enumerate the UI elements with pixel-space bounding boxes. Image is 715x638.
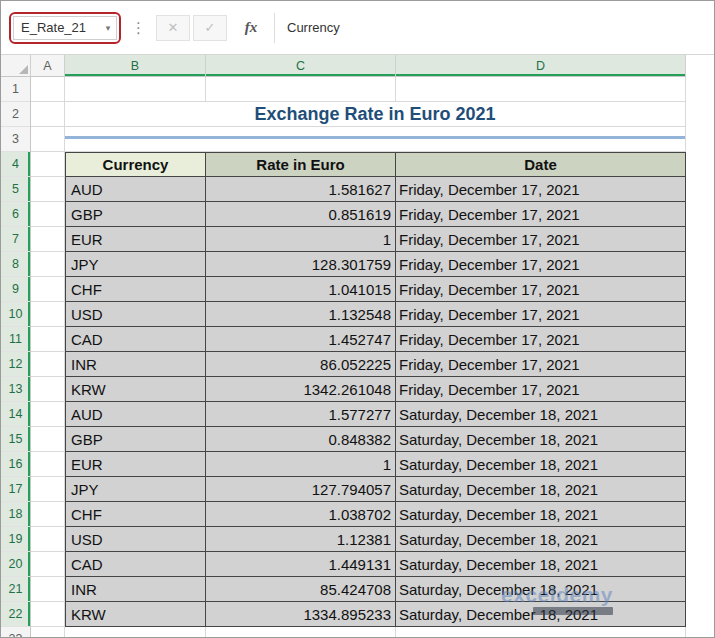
cell-rate[interactable]: 128.301759 [206,252,396,277]
cell-currency[interactable]: EUR [65,452,206,477]
cell-date[interactable]: Friday, December 17, 2021 [396,377,686,402]
cell[interactable] [31,527,65,552]
row-header-20[interactable]: 20 [1,552,30,577]
cell-currency[interactable]: JPY [65,477,206,502]
cell[interactable] [31,427,65,452]
row-header-21[interactable]: 21 [1,577,30,602]
cell-rate[interactable]: 0.848382 [206,427,396,452]
cell[interactable] [31,352,65,377]
select-all-corner[interactable] [1,55,31,77]
cell-currency[interactable]: GBP [65,427,206,452]
cell[interactable] [31,227,65,252]
cell[interactable] [31,552,65,577]
cell[interactable] [31,302,65,327]
cell[interactable] [31,252,65,277]
cell-currency[interactable]: JPY [65,252,206,277]
row-header-11[interactable]: 11 [1,327,30,352]
cell[interactable] [31,602,65,627]
cell-date[interactable]: Saturday, December 18, 2021 [396,577,686,602]
cell[interactable] [31,327,65,352]
cell-date[interactable]: Friday, December 17, 2021 [396,252,686,277]
cell-rate[interactable]: 1.12381 [206,527,396,552]
row-header-9[interactable]: 9 [1,277,30,302]
cell-date[interactable]: Saturday, December 18, 2021 [396,402,686,427]
cell[interactable] [65,77,206,102]
cell-rate[interactable]: 86.052225 [206,352,396,377]
cell-rate[interactable]: 1 [206,227,396,252]
cell-rate[interactable]: 1.041015 [206,277,396,302]
cell-date[interactable]: Friday, December 17, 2021 [396,352,686,377]
cell-date[interactable]: Friday, December 17, 2021 [396,177,686,202]
cell-rate[interactable]: 1342.261048 [206,377,396,402]
cell[interactable] [31,277,65,302]
cell-currency[interactable]: USD [65,527,206,552]
insert-function-icon[interactable]: fx [236,15,266,41]
cell-currency[interactable]: CHF [65,277,206,302]
cell-date[interactable]: Saturday, December 18, 2021 [396,427,686,452]
cell-currency[interactable]: AUD [65,177,206,202]
cell[interactable] [31,577,65,602]
cell[interactable] [31,127,65,152]
row-header-6[interactable]: 6 [1,202,30,227]
cell[interactable] [206,77,396,102]
cell[interactable] [206,627,396,638]
cell[interactable] [65,627,206,638]
cell-date[interactable]: Friday, December 17, 2021 [396,327,686,352]
cell-rate[interactable]: 127.794057 [206,477,396,502]
cell[interactable] [31,502,65,527]
cell-date[interactable]: Saturday, December 18, 2021 [396,527,686,552]
cell[interactable] [31,377,65,402]
row-header-22[interactable]: 22 [1,602,30,627]
cell-date[interactable]: Friday, December 17, 2021 [396,277,686,302]
cancel-icon[interactable]: ✕ [156,15,190,41]
cell[interactable] [31,477,65,502]
row-header-5[interactable]: 5 [1,177,30,202]
row-header-2[interactable]: 2 [1,102,30,127]
cell-currency[interactable]: CAD [65,327,206,352]
cell-date[interactable]: Friday, December 17, 2021 [396,302,686,327]
cell[interactable] [31,152,65,177]
cell-currency[interactable]: EUR [65,227,206,252]
cell[interactable] [65,127,686,152]
row-header-4[interactable]: 4 [1,152,30,177]
column-header-B[interactable]: B [65,55,206,77]
column-header-C[interactable]: C [206,55,396,77]
row-header-14[interactable]: 14 [1,402,30,427]
cell[interactable] [31,627,65,638]
row-header-8[interactable]: 8 [1,252,30,277]
cell-rate[interactable]: 85.424708 [206,577,396,602]
cell-rate[interactable]: 0.851619 [206,202,396,227]
confirm-icon[interactable]: ✓ [193,15,227,41]
cell-currency[interactable]: KRW [65,377,206,402]
row-header-19[interactable]: 19 [1,527,30,552]
cell-rate[interactable]: 1.581627 [206,177,396,202]
row-header-1[interactable]: 1 [1,77,30,102]
cell-rate[interactable]: 1.452747 [206,327,396,352]
table-header-currency[interactable]: Currency [65,152,206,177]
row-header-18[interactable]: 18 [1,502,30,527]
cell-date[interactable]: Friday, December 17, 2021 [396,227,686,252]
cell[interactable] [396,627,686,638]
cell-date[interactable]: Saturday, December 18, 2021 [396,602,686,627]
column-header-D[interactable]: D [396,55,686,77]
cell-currency[interactable]: INR [65,577,206,602]
cell-rate[interactable]: 1334.895233 [206,602,396,627]
cell[interactable] [31,102,65,127]
cell-rate[interactable]: 1 [206,452,396,477]
cell-currency[interactable]: USD [65,302,206,327]
row-header-16[interactable]: 16 [1,452,30,477]
row-header-17[interactable]: 17 [1,477,30,502]
cell-currency[interactable]: CAD [65,552,206,577]
row-header-12[interactable]: 12 [1,352,30,377]
cell-currency[interactable]: KRW [65,602,206,627]
cell-rate[interactable]: 1.132548 [206,302,396,327]
cell-rate[interactable]: 1.449131 [206,552,396,577]
cell-currency[interactable]: AUD [65,402,206,427]
cell[interactable] [31,77,65,102]
table-header-date[interactable]: Date [396,152,686,177]
cell-date[interactable]: Friday, December 17, 2021 [396,202,686,227]
cell-date[interactable]: Saturday, December 18, 2021 [396,502,686,527]
cell[interactable] [396,77,686,102]
cell-rate[interactable]: 1.577277 [206,402,396,427]
name-box-value[interactable]: E_Rate_21 [14,20,100,35]
